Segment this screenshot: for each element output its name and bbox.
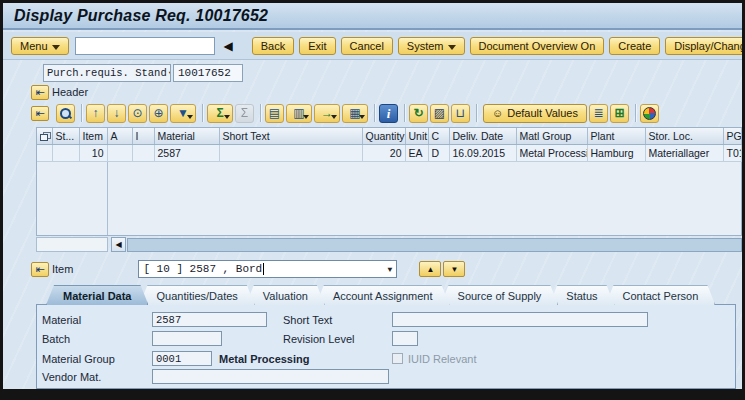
tab-status[interactable]: Status bbox=[549, 285, 614, 305]
requisition-type-combo[interactable]: Purch.requis. Stand ▼ bbox=[43, 64, 171, 82]
sum-button[interactable]: Σ bbox=[207, 104, 233, 123]
display-changes-button[interactable]: ▨ bbox=[430, 104, 449, 123]
export-button[interactable]: → bbox=[314, 104, 340, 123]
cell-pgr[interactable]: T01 bbox=[723, 144, 741, 161]
toolbar-separator bbox=[635, 104, 636, 122]
cell-plant[interactable]: Hamburg bbox=[587, 144, 645, 161]
cell-quantity[interactable]: 20 bbox=[362, 144, 405, 161]
table-settings-button[interactable]: ▦ bbox=[342, 104, 368, 123]
item-section-row: ⇤ Item [ 10 ] 2587 , Bord ▼ ▲ ▼ bbox=[31, 257, 465, 281]
batch-field[interactable] bbox=[152, 331, 222, 346]
header-section-row: ⇤ Header bbox=[31, 84, 88, 100]
export-box-button[interactable]: ⊞ bbox=[610, 104, 629, 123]
col-header-quantity[interactable]: Quantity bbox=[362, 128, 405, 144]
table-horizontal-scrollbar: ◀ bbox=[36, 237, 742, 252]
short-text-field[interactable] bbox=[392, 312, 648, 327]
next-item-button[interactable]: ▼ bbox=[443, 261, 465, 277]
col-header-short-text[interactable]: Short Text bbox=[219, 128, 362, 144]
menu-button[interactable]: Menu bbox=[11, 37, 69, 55]
previous-item-button[interactable]: ▲ bbox=[419, 261, 441, 277]
cell-c[interactable]: D bbox=[428, 144, 449, 161]
material-group-field[interactable]: 0001 bbox=[152, 351, 212, 366]
command-input[interactable] bbox=[75, 37, 215, 55]
col-header-stor-loc[interactable]: Stor. Loc. bbox=[645, 128, 723, 144]
select-all-header[interactable] bbox=[37, 128, 52, 144]
header-section-label: Header bbox=[52, 86, 88, 98]
cancel-button[interactable]: Cancel bbox=[341, 37, 393, 55]
doc-list-button[interactable]: ≣ bbox=[589, 104, 608, 123]
sort-ascending-button[interactable]: ↑ bbox=[86, 104, 105, 123]
document-overview-button[interactable]: Document Overview On bbox=[470, 37, 605, 55]
tab-valuation[interactable]: Valuation bbox=[246, 285, 325, 305]
cell-item[interactable]: 10 bbox=[79, 144, 107, 161]
tab-quantities-dates[interactable]: Quantities/Dates bbox=[139, 285, 254, 305]
cell-a[interactable] bbox=[107, 144, 132, 161]
toolbar-separator bbox=[260, 104, 261, 122]
tab-material-data[interactable]: Material Data bbox=[46, 285, 148, 305]
filter-button[interactable]: ▼ bbox=[170, 104, 196, 123]
system-menu-button[interactable]: System bbox=[398, 37, 465, 55]
revision-level-label: Revision Level bbox=[283, 333, 355, 345]
cell-material[interactable]: 2587 bbox=[154, 144, 219, 161]
collapse-arrow-icon[interactable]: ◀ bbox=[224, 39, 233, 53]
col-header-material[interactable]: Material bbox=[154, 128, 219, 144]
tab-contact-person[interactable]: Contact Person bbox=[606, 285, 716, 305]
col-header-deliv-date[interactable]: Deliv. Date bbox=[449, 128, 516, 144]
default-values-button[interactable]: ☺ Default Values bbox=[483, 104, 587, 123]
details-button[interactable] bbox=[56, 104, 75, 123]
revision-level-field[interactable] bbox=[392, 331, 418, 346]
sort-descending-button[interactable]: ↓ bbox=[107, 104, 126, 123]
detail-view-button[interactable]: ▥ bbox=[286, 104, 312, 123]
tab-account-assignment[interactable]: Account Assignment bbox=[316, 285, 450, 305]
graphic-button[interactable] bbox=[640, 104, 659, 123]
cell-stor-loc[interactable]: Materiallager bbox=[645, 144, 723, 161]
subtotal-icon: Σ bbox=[241, 107, 248, 119]
collapse-item-detail-button[interactable]: ⇤ bbox=[31, 262, 49, 277]
table-row: 10 2587 20 EA D 16.09.2015 Metal Process… bbox=[37, 144, 741, 161]
back-button[interactable]: Back bbox=[252, 37, 294, 55]
col-header-i[interactable]: I bbox=[132, 128, 154, 144]
col-header-item[interactable]: Item bbox=[79, 128, 107, 144]
print-button[interactable]: ▤ bbox=[265, 104, 284, 123]
display-changes-icon: ▨ bbox=[434, 107, 445, 119]
item-selector-combo[interactable]: [ 10 ] 2587 , Bord ▼ bbox=[138, 260, 397, 278]
cell-matl-group[interactable]: Metal Processing bbox=[516, 144, 587, 161]
cell-i[interactable] bbox=[132, 144, 154, 161]
row-selector[interactable] bbox=[37, 144, 52, 161]
material-group-text: Metal Processing bbox=[219, 353, 309, 365]
subtotal-button: Σ bbox=[235, 104, 254, 123]
collapse-item-overview-button[interactable]: ⇤ bbox=[31, 106, 49, 121]
table-toolbar: ↑ ↓ ⊙ ⊕ ▼ Σ Σ ▤ ▥ → ▦ i ↻ ▨ ⊔ ☺ Default … bbox=[56, 104, 661, 123]
col-header-a[interactable]: A bbox=[107, 128, 132, 144]
scroll-left-button[interactable]: ◀ bbox=[111, 237, 126, 252]
col-header-status[interactable]: St... bbox=[52, 128, 79, 144]
create-button[interactable]: Create bbox=[609, 37, 660, 55]
info-button[interactable]: i bbox=[379, 104, 398, 123]
requisition-number-field[interactable]: 10017652 bbox=[173, 64, 243, 82]
copy-loop-icon: ↻ bbox=[413, 107, 423, 119]
cell-deliv-date[interactable]: 16.09.2015 bbox=[449, 144, 516, 161]
copy-requisition-button[interactable]: ↻ bbox=[409, 104, 428, 123]
col-header-unit[interactable]: Unit bbox=[405, 128, 428, 144]
services-button[interactable]: ⊔ bbox=[451, 104, 470, 123]
expand-header-button[interactable]: ⇤ bbox=[31, 85, 49, 100]
scrollbar-track[interactable] bbox=[127, 238, 742, 252]
cell-unit[interactable]: EA bbox=[405, 144, 428, 161]
find-button[interactable]: ⊙ bbox=[128, 104, 147, 123]
material-field[interactable]: 2587 bbox=[152, 312, 267, 327]
display-change-button[interactable]: Display/Change bbox=[665, 37, 745, 55]
short-text-label: Short Text bbox=[283, 314, 332, 326]
col-header-c[interactable]: C bbox=[428, 128, 449, 144]
tab-source-of-supply[interactable]: Source of Supply bbox=[441, 285, 559, 305]
col-header-pgr[interactable]: PGr bbox=[723, 128, 741, 144]
col-header-plant[interactable]: Plant bbox=[587, 128, 645, 144]
cell-status[interactable] bbox=[52, 144, 79, 161]
vendor-mat-field[interactable] bbox=[152, 369, 389, 384]
col-header-matl-group[interactable]: Matl Group bbox=[516, 128, 587, 144]
page-title: Display Purchase Req. 10017652 bbox=[14, 7, 268, 25]
exit-button[interactable]: Exit bbox=[299, 37, 335, 55]
user-settings-icon: ☺ bbox=[492, 107, 503, 119]
find-next-button[interactable]: ⊕ bbox=[149, 104, 168, 123]
toolbar-separator bbox=[404, 104, 405, 122]
cell-short-text[interactable] bbox=[219, 144, 362, 161]
